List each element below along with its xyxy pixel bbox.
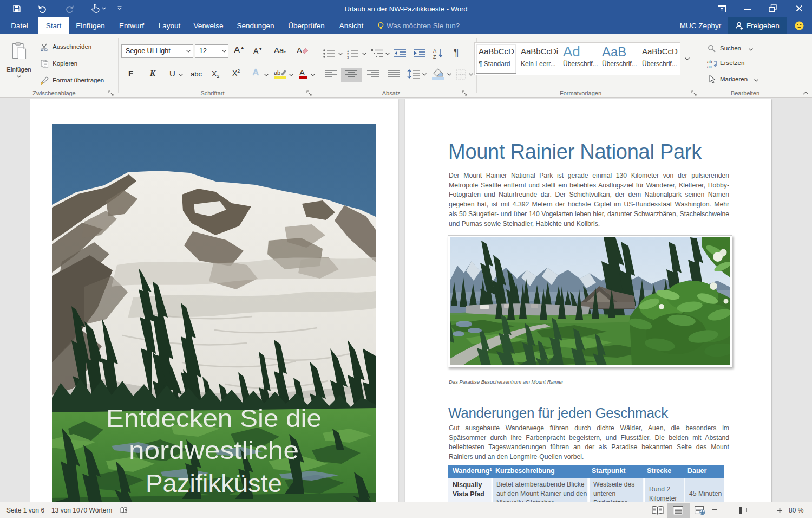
svg-text:Z: Z bbox=[433, 54, 436, 59]
svg-text:Pazifikküste: Pazifikküste bbox=[146, 469, 282, 497]
svg-text:nordwestliche: nordwestliche bbox=[129, 436, 299, 464]
svg-text:A: A bbox=[297, 46, 302, 55]
svg-text:A: A bbox=[299, 68, 305, 77]
svg-text:ab: ab bbox=[274, 69, 280, 76]
svg-text:A: A bbox=[433, 48, 436, 54]
svg-text:ac: ac bbox=[707, 64, 712, 68]
svg-text:Entdecken Sie die: Entdecken Sie die bbox=[106, 404, 322, 432]
svg-text:3: 3 bbox=[347, 56, 349, 59]
